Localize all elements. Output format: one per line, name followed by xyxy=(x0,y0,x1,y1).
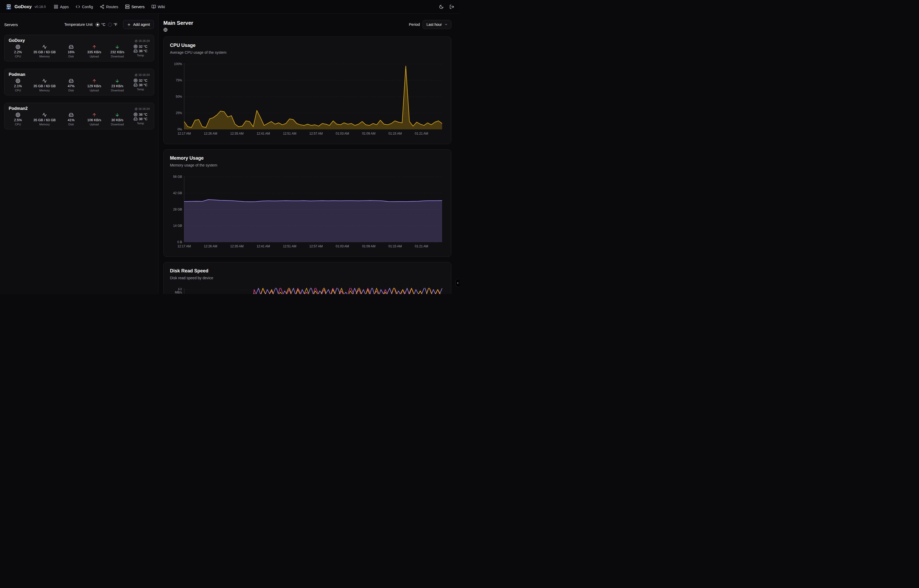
server-card-header: GoDoxy @ 16:16:24 xyxy=(9,38,150,43)
period-select[interactable]: Last hour xyxy=(423,20,451,29)
hard-drive-icon xyxy=(69,113,74,117)
cpu-icon xyxy=(16,113,20,117)
cpu-icon xyxy=(134,79,137,82)
svg-text:75%: 75% xyxy=(176,79,182,82)
stat-memory: 35 GB / 63 GB Memory xyxy=(34,79,56,92)
server-stats: 2.2% CPU 35 GB / 63 GB Memory 16% Disk xyxy=(9,45,150,58)
plus-icon xyxy=(127,23,131,27)
temp-cpu-value: 32 °C xyxy=(139,45,147,48)
logout-icon[interactable] xyxy=(449,5,454,9)
temp-disk-value: 38 °C xyxy=(139,83,147,87)
server-card-podman2[interactable]: Podman2 @ 16:16:24 2.5% CPU 35 GB / 63 G… xyxy=(4,103,154,129)
stat-upload: 335 KB/s Upload xyxy=(87,45,102,58)
disk-value: 41% xyxy=(68,118,74,122)
upload-value: 129 KB/s xyxy=(87,84,101,88)
download-arrow-icon xyxy=(115,113,120,117)
stat-download: 232 KB/s Download xyxy=(110,45,125,58)
chevron-down-icon xyxy=(444,23,448,26)
temp-label: Temp xyxy=(137,122,144,125)
upload-arrow-icon xyxy=(92,45,97,49)
chart-title: Disk Read Speed xyxy=(170,268,445,274)
cpu-icon xyxy=(134,113,137,116)
disk-read-speed-card: Disk Read Speed Disk read speed by devic… xyxy=(163,262,451,294)
chart-subtitle: Average CPU usage of the system xyxy=(170,50,445,55)
download-value: 23 KB/s xyxy=(111,84,124,88)
brand[interactable]: GoDoxy v0.18.0 xyxy=(5,3,46,10)
server-name: Podman2 xyxy=(9,106,27,111)
stat-download: 30 KB/s Download xyxy=(110,113,125,126)
nav-item-config[interactable]: Config xyxy=(76,5,93,9)
nav-item-wiki[interactable]: Wiki xyxy=(152,5,165,9)
temp-cpu-value: 32 °C xyxy=(139,79,147,82)
unit-celsius-radio[interactable]: °C xyxy=(95,23,105,27)
page-title: Main Server xyxy=(163,20,193,26)
stat-disk: 16% Disk xyxy=(63,45,79,58)
main-title-block: Main Server xyxy=(163,20,193,32)
book-icon xyxy=(152,5,156,9)
add-agent-button[interactable]: Add agent xyxy=(123,20,154,29)
globe-wrap xyxy=(163,27,193,32)
sidebar-title: Servers xyxy=(4,23,18,27)
download-arrow-icon xyxy=(115,79,120,83)
download-label: Download xyxy=(111,55,124,58)
main-content: Main Server Period Last hour CPU Usage A… xyxy=(158,14,460,294)
version-label: v0.18.0 xyxy=(34,5,46,9)
disk-read-speed-chart: 1/2MB/s xyxy=(170,288,445,294)
radio-fahrenheit[interactable] xyxy=(108,23,112,27)
upload-label: Upload xyxy=(90,123,99,126)
brand-name: GoDoxy xyxy=(15,4,32,10)
svg-text:12:51 AM: 12:51 AM xyxy=(283,132,296,136)
stat-upload: 106 KB/s Upload xyxy=(87,113,102,126)
server-card-podman[interactable]: Podman @ 16:16:24 2.1% CPU 35 GB / 63 GB… xyxy=(4,69,154,95)
svg-text:12:57 AM: 12:57 AM xyxy=(309,244,323,248)
nav-item-servers[interactable]: Servers xyxy=(125,5,145,9)
upload-value: 335 KB/s xyxy=(87,50,101,54)
stat-temp: 38 °C 38 °C Temp xyxy=(133,113,148,126)
temperature-unit-group: Temperature Unit °C °F Add agent xyxy=(64,20,154,29)
cpu-icon xyxy=(16,45,20,49)
svg-text:01:15 AM: 01:15 AM xyxy=(388,132,402,136)
temp-label: Temp xyxy=(137,88,144,91)
server-card-header: Podman @ 16:16:24 xyxy=(9,72,150,77)
chart-title: Memory Usage xyxy=(170,155,445,161)
unit-fahrenheit-radio[interactable]: °F xyxy=(108,23,117,27)
download-value: 30 KB/s xyxy=(111,118,124,122)
dark-mode-moon-icon[interactable] xyxy=(439,5,444,9)
temp-disk-row: 38 °C xyxy=(134,83,147,87)
godoxy-logo-icon xyxy=(5,3,12,10)
main-header: Main Server Period Last hour xyxy=(163,20,451,32)
stat-cpu: 2.2% CPU xyxy=(10,45,26,58)
server-name: Podman xyxy=(9,72,25,77)
svg-text:12:26 AM: 12:26 AM xyxy=(204,244,217,248)
stat-download: 23 KB/s Download xyxy=(110,79,125,92)
period-label: Period xyxy=(409,23,420,27)
temperature-unit-label: Temperature Unit xyxy=(64,23,92,27)
cpu-label: CPU xyxy=(15,123,21,126)
charts-column: CPU Usage Average CPU usage of the syste… xyxy=(163,37,451,294)
grid-icon xyxy=(54,5,58,9)
svg-text:01:21 AM: 01:21 AM xyxy=(415,132,428,136)
download-arrow-icon xyxy=(115,45,120,49)
upload-arrow-icon xyxy=(92,79,97,83)
svg-text:01:15 AM: 01:15 AM xyxy=(388,244,402,248)
svg-text:50%: 50% xyxy=(176,95,182,99)
add-agent-label: Add agent xyxy=(133,23,150,27)
stat-cpu: 2.1% CPU xyxy=(10,79,26,92)
server-timestamp: @ 16:16:24 xyxy=(135,107,150,110)
temp-disk-row: 38 °C xyxy=(134,117,147,121)
sidebar-header: Servers Temperature Unit °C °F Add agent xyxy=(0,14,158,29)
panel-collapse-handle[interactable] xyxy=(455,279,460,287)
layout: Servers Temperature Unit °C °F Add agent xyxy=(0,14,460,294)
disk-value: 16% xyxy=(68,50,74,54)
server-card-godoxy[interactable]: GoDoxy @ 16:16:24 2.2% CPU 35 GB / 63 GB… xyxy=(4,35,154,61)
svg-text:12:35 AM: 12:35 AM xyxy=(230,132,244,136)
nav-item-apps[interactable]: Apps xyxy=(54,5,69,9)
server-stats: 2.5% CPU 35 GB / 63 GB Memory 41% Disk xyxy=(9,113,150,126)
upload-label: Upload xyxy=(90,55,99,58)
svg-text:01:09 AM: 01:09 AM xyxy=(362,244,375,248)
radio-celsius[interactable] xyxy=(95,23,100,27)
nav-item-routes[interactable]: Routes xyxy=(100,5,118,9)
cpu-icon xyxy=(16,79,20,83)
code-icon xyxy=(76,5,80,9)
memory-label: Memory xyxy=(39,123,50,126)
